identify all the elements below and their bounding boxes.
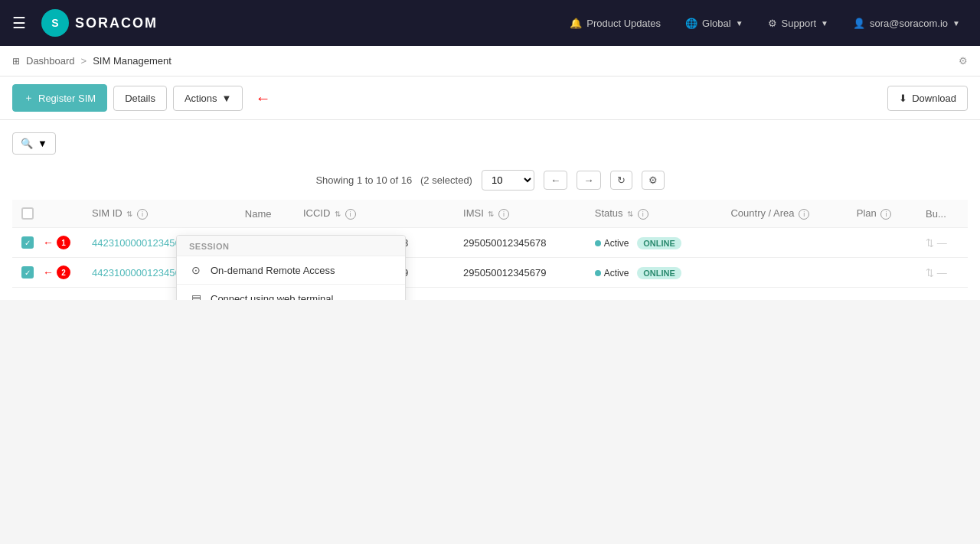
table-row: ✓ ← 2 442310000012345679 894231000001234… xyxy=(12,258,968,288)
row2-online-badge: ONLINE xyxy=(637,267,681,279)
on-demand-remote-access-menu-item[interactable]: ⊙ On-demand Remote Access xyxy=(177,256,405,285)
per-page-select[interactable]: 10 25 50 xyxy=(482,170,534,191)
web-terminal-label: Connect using web terminal xyxy=(211,293,333,301)
breadcrumb-separator: > xyxy=(81,55,87,67)
actions-dropdown-menu: SESSION ⊙ On-demand Remote Access ▤ Conn… xyxy=(176,235,406,300)
row2-checkbox[interactable]: ✓ xyxy=(21,266,34,279)
row2-country xyxy=(721,258,847,288)
row2-expand-icon[interactable]: ⇅ xyxy=(926,267,934,279)
support-nav[interactable]: ⚙ Support ▼ xyxy=(760,13,836,34)
table-row: ✓ ← 1 442310000012345678 894231000001234… xyxy=(12,228,968,258)
top-navigation: ☰ S SORACOM 🔔 Product Updates 🌐 Global ▼… xyxy=(0,0,980,46)
row1-expand-icon[interactable]: ⇅ xyxy=(926,237,934,249)
download-label: Download xyxy=(912,93,956,104)
product-updates-nav[interactable]: 🔔 Product Updates xyxy=(562,13,668,34)
row1-status-badge: Active xyxy=(595,238,629,249)
breadcrumb-current: SIM Management xyxy=(93,55,172,67)
table-settings-button[interactable]: ⚙ xyxy=(642,171,665,190)
row1-online-badge: ONLINE xyxy=(637,237,681,249)
select-all-header[interactable] xyxy=(12,200,83,228)
sim-id-info-icon[interactable]: i xyxy=(137,209,148,220)
row2-status: Active ONLINE xyxy=(586,258,722,288)
row2-status-dot xyxy=(595,270,601,276)
download-icon: ⬇ xyxy=(899,93,907,104)
filter-button[interactable]: 🔍 ▼ xyxy=(12,132,56,155)
support-icon: ⚙ xyxy=(768,18,777,29)
actions-arrow-indicator: ← xyxy=(255,90,270,107)
status-sort-icon[interactable]: ⇅ xyxy=(627,210,633,218)
breadcrumb-settings-icon[interactable]: ⚙ xyxy=(959,55,968,67)
sim-id-column-header: SIM ID ⇅ i xyxy=(83,200,236,228)
next-page-button[interactable]: → xyxy=(577,171,600,190)
user-icon: 👤 xyxy=(853,18,865,29)
user-nav[interactable]: 👤 sora@soracom.io ▼ xyxy=(845,13,968,34)
global-label: Global xyxy=(702,18,731,29)
iccid-info-icon[interactable]: i xyxy=(345,209,356,220)
status-info-icon[interactable]: i xyxy=(638,209,648,220)
dashboard-icon: ⊞ xyxy=(12,56,20,67)
row2-actions[interactable]: ⇅ — xyxy=(916,258,968,288)
row1-checkbox-cell[interactable]: ✓ ← 1 xyxy=(12,228,83,258)
support-chevron-icon: ▼ xyxy=(821,19,828,28)
bundles-column-header: Bu... xyxy=(916,200,968,228)
details-label: Details xyxy=(125,93,155,104)
imsi-info-icon[interactable]: i xyxy=(498,209,509,220)
support-label: Support xyxy=(782,18,817,29)
row1-checkbox[interactable]: ✓ xyxy=(21,236,34,249)
select-all-checkbox[interactable] xyxy=(21,207,34,220)
row2-imsi: 295050012345679 xyxy=(454,258,586,288)
actions-label: Actions xyxy=(185,93,217,104)
row1-arrow-indicator: ← xyxy=(43,236,54,249)
details-button[interactable]: Details xyxy=(113,86,167,111)
sim-id-sort-icon[interactable]: ⇅ xyxy=(126,210,132,218)
refresh-button[interactable]: ↻ xyxy=(610,171,632,190)
bell-icon: 🔔 xyxy=(570,18,582,29)
iccid-sort-icon[interactable]: ⇅ xyxy=(335,210,341,218)
breadcrumb-actions: ⚙ xyxy=(959,55,968,67)
actions-chevron-icon: ▼ xyxy=(222,93,232,104)
row2-status-badge: Active xyxy=(595,268,629,279)
main-content: 🔍 ▼ Showing 1 to 10 of 16 (2 selected) 1… xyxy=(0,120,980,300)
name-column-header: Name xyxy=(236,200,294,228)
imsi-column-header: IMSI ⇅ i xyxy=(454,200,586,228)
logo-text: SORACOM xyxy=(75,15,158,31)
global-nav[interactable]: 🌐 Global ▼ xyxy=(678,13,750,34)
user-chevron-icon: ▼ xyxy=(952,19,960,28)
user-label: sora@soracom.io xyxy=(870,18,948,29)
country-area-column-header: Country / Area i xyxy=(721,200,847,228)
plan-info-icon[interactable]: i xyxy=(880,209,891,220)
breadcrumb-dashboard[interactable]: Dashboard xyxy=(26,55,75,67)
logo-icon: S xyxy=(41,9,69,37)
hamburger-menu-icon[interactable]: ☰ xyxy=(12,14,26,32)
globe-icon: 🌐 xyxy=(685,18,697,29)
plus-icon: ＋ xyxy=(24,91,34,105)
global-chevron-icon: ▼ xyxy=(736,19,743,28)
imsi-sort-icon[interactable]: ⇅ xyxy=(488,210,494,218)
search-icon: 🔍 xyxy=(21,138,33,149)
prev-page-button[interactable]: ← xyxy=(544,171,567,190)
row1-imsi: 295050012345678 xyxy=(454,228,586,258)
row2-plan xyxy=(848,258,916,288)
breadcrumb: ⊞ Dashboard > SIM Management ⚙ xyxy=(0,46,980,77)
row1-plan xyxy=(848,228,916,258)
row2-checkbox-cell[interactable]: ✓ ← 2 xyxy=(12,258,83,288)
register-sim-button[interactable]: ＋ Register SIM xyxy=(12,84,107,112)
terminal-icon: ▤ xyxy=(189,292,203,300)
row2-arrow-indicator: ← xyxy=(43,266,54,279)
table-info-row: Showing 1 to 10 of 16 (2 selected) 10 25… xyxy=(12,164,968,200)
row1-country xyxy=(721,228,847,258)
download-button[interactable]: ⬇ Download xyxy=(887,86,968,111)
row1-status-dot xyxy=(595,240,601,246)
logo: S SORACOM xyxy=(41,9,158,37)
row1-actions[interactable]: ⇅ — xyxy=(916,228,968,258)
country-area-info-icon[interactable]: i xyxy=(799,209,809,220)
status-column-header: Status ⇅ i xyxy=(586,200,722,228)
row1-label: 1 xyxy=(57,236,70,249)
row2-label: 2 xyxy=(57,265,70,279)
actions-button[interactable]: Actions ▼ xyxy=(173,86,243,111)
plan-column-header: Plan i xyxy=(848,200,916,228)
session-section-header: SESSION xyxy=(177,236,405,256)
remote-access-icon: ⊙ xyxy=(189,264,203,276)
on-demand-label: On-demand Remote Access xyxy=(211,265,335,276)
web-terminal-menu-item[interactable]: ▤ Connect using web terminal xyxy=(177,285,405,300)
